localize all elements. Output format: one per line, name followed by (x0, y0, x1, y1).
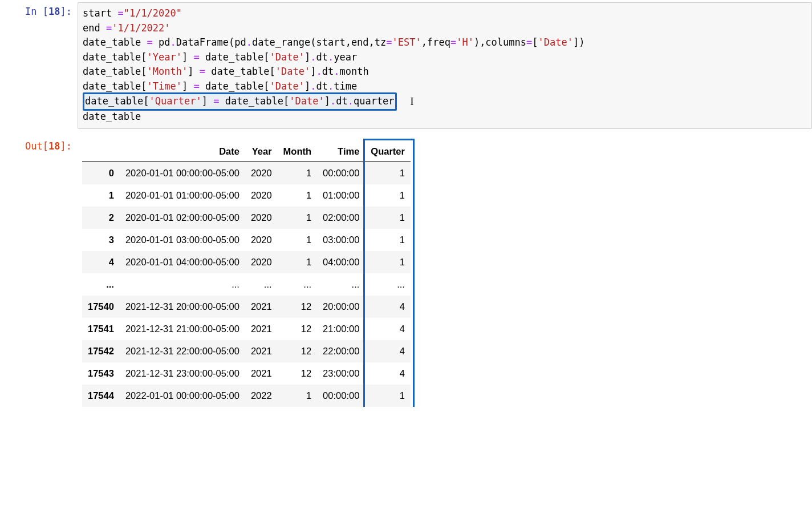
in-label-pre: In [ (25, 6, 48, 17)
cell-date: ... (120, 273, 245, 296)
cell-quarter: ... (365, 273, 411, 296)
table-row: 175432021-12-31 23:00:00-05:0020211223:0… (82, 362, 411, 385)
row-index: 17540 (82, 296, 120, 318)
cell-quarter: 1 (365, 207, 411, 229)
cell-quarter: 4 (365, 296, 411, 318)
input-cell: In [18]: start ="1/1/2020"end ='1/1/2022… (0, 0, 812, 129)
cell-month: 12 (278, 362, 317, 385)
cell-date: 2020-01-01 01:00:00-05:00 (120, 184, 245, 207)
cell-date: 2021-12-31 21:00:00-05:00 (120, 318, 245, 340)
cell-date: 2020-01-01 03:00:00-05:00 (120, 229, 245, 251)
cell-date: 2022-01-01 00:00:00-05:00 (120, 385, 245, 407)
cell-month: 12 (278, 340, 317, 362)
cell-date: 2021-12-31 20:00:00-05:00 (120, 296, 245, 318)
row-index: 2 (82, 207, 120, 229)
cell-time: 03:00:00 (317, 229, 365, 251)
table-row: 42020-01-01 04:00:00-05:002020104:00:001 (82, 251, 411, 273)
row-index: 17543 (82, 362, 120, 385)
cell-month: 12 (278, 296, 317, 318)
header-index (82, 140, 120, 162)
in-label-post: ]: (60, 6, 72, 17)
table-row: 175412021-12-31 21:00:00-05:0020211221:0… (82, 318, 411, 340)
cell-time: 02:00:00 (317, 207, 365, 229)
code-line-1: start ="1/1/2020" (83, 6, 807, 21)
cell-quarter: 4 (365, 362, 411, 385)
cell-date: 2020-01-01 04:00:00-05:00 (120, 251, 245, 273)
cell-year: 2020 (245, 207, 278, 229)
row-index: 1 (82, 184, 120, 207)
header-time: Time (317, 140, 365, 162)
row-index: 3 (82, 229, 120, 251)
row-index: 17542 (82, 340, 120, 362)
highlighted-code-line: date_table['Quarter'] = date_table['Date… (83, 92, 397, 111)
code-line-4: date_table['Year'] = date_table['Date'].… (83, 50, 807, 65)
row-index: 17541 (82, 318, 120, 340)
in-exec-count: 18 (48, 6, 60, 17)
out-exec-count: 18 (48, 140, 60, 152)
code-line-6: date_table['Time'] = date_table['Date'].… (83, 79, 807, 94)
cell-month: 1 (278, 184, 317, 207)
table-row: 175402021-12-31 20:00:00-05:0020211220:0… (82, 296, 411, 318)
cell-year: 2020 (245, 251, 278, 273)
cell-year: 2021 (245, 318, 278, 340)
cell-year: 2020 (245, 184, 278, 207)
output-prompt: Out[18]: (0, 137, 78, 410)
code-line-5: date_table['Month'] = date_table['Date']… (83, 64, 807, 79)
cell-year: 2020 (245, 162, 278, 185)
cell-year: 2020 (245, 229, 278, 251)
cell-month: 12 (278, 318, 317, 340)
table-row: .................. (82, 273, 411, 296)
cell-month: 1 (278, 229, 317, 251)
table-row: 175442022-01-01 00:00:00-05:002022100:00… (82, 385, 411, 407)
row-index: 0 (82, 162, 120, 185)
header-row: Date Year Month Time Quarter (82, 140, 411, 162)
cell-date: 2020-01-01 00:00:00-05:00 (120, 162, 245, 185)
row-index: ... (82, 273, 120, 296)
text-cursor-icon: I (411, 94, 414, 110)
cell-time: 21:00:00 (317, 318, 365, 340)
cell-month: 1 (278, 207, 317, 229)
output-area: Date Year Month Time Quarter 02020-01-01… (78, 137, 812, 410)
cell-time: 22:00:00 (317, 340, 365, 362)
table-row: 32020-01-01 03:00:00-05:002020103:00:001 (82, 229, 411, 251)
cell-date: 2021-12-31 22:00:00-05:00 (120, 340, 245, 362)
cell-time: ... (317, 273, 365, 296)
row-index: 17544 (82, 385, 120, 407)
cell-year: 2022 (245, 385, 278, 407)
cell-year: 2021 (245, 296, 278, 318)
code-line-2: end ='1/1/2022' (83, 21, 807, 36)
table-row: 12020-01-01 01:00:00-05:002020101:00:001 (82, 184, 411, 207)
cell-time: 00:00:00 (317, 385, 365, 407)
table-row: 22020-01-01 02:00:00-05:002020102:00:001 (82, 207, 411, 229)
row-index: 4 (82, 251, 120, 273)
header-date: Date (120, 140, 245, 162)
cell-time: 20:00:00 (317, 296, 365, 318)
cell-year: 2021 (245, 362, 278, 385)
cell-quarter: 1 (365, 385, 411, 407)
cell-date: 2021-12-31 23:00:00-05:00 (120, 362, 245, 385)
cell-quarter: 1 (365, 251, 411, 273)
code-line-3: date_table = pd.DataFrame(pd.date_range(… (83, 35, 807, 50)
header-year: Year (245, 140, 278, 162)
cell-month: ... (278, 273, 317, 296)
code-line-7: date_table['Quarter'] = date_table['Date… (83, 94, 807, 110)
cell-time: 01:00:00 (317, 184, 365, 207)
cell-quarter: 4 (365, 340, 411, 362)
cell-month: 1 (278, 385, 317, 407)
code-editor[interactable]: start ="1/1/2020"end ='1/1/2022'date_tab… (78, 2, 812, 129)
cell-year: 2021 (245, 340, 278, 362)
header-quarter: Quarter (365, 140, 411, 162)
cell-quarter: 1 (365, 184, 411, 207)
dataframe-table: Date Year Month Time Quarter 02020-01-01… (82, 140, 411, 407)
table-row: 175422021-12-31 22:00:00-05:0020211222:0… (82, 340, 411, 362)
cell-quarter: 1 (365, 162, 411, 185)
input-prompt: In [18]: (0, 2, 78, 129)
table-row: 02020-01-01 00:00:00-05:002020100:00:001 (82, 162, 411, 185)
cell-date: 2020-01-01 02:00:00-05:00 (120, 207, 245, 229)
dataframe-wrap: Date Year Month Time Quarter 02020-01-01… (82, 140, 411, 407)
code-line-8: date_table (83, 110, 807, 124)
cell-quarter: 1 (365, 229, 411, 251)
header-month: Month (278, 140, 317, 162)
cell-time: 00:00:00 (317, 162, 365, 185)
cell-month: 1 (278, 251, 317, 273)
